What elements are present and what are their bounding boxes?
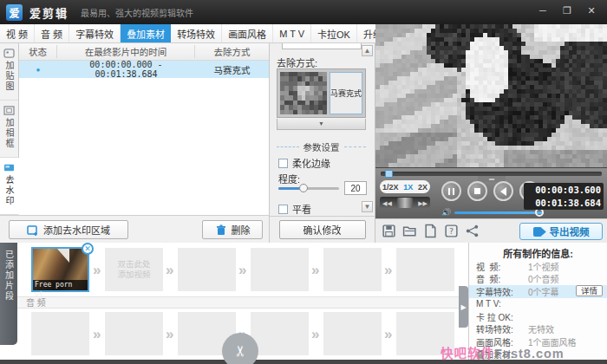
jog-knob[interactable] [397,198,413,208]
detail-button[interactable]: 详情 [576,285,603,296]
degree-value-input[interactable]: 20 [344,181,367,195]
added-clips-label: 已添加片段 [3,250,16,345]
sidebar-item-sticker[interactable]: 加贴图 [0,43,18,101]
info-panel-collapse-handle[interactable]: ▶ [459,286,468,328]
audio-section-label: 音 频 [17,296,466,309]
share-icon[interactable] [465,224,480,238]
video-placeholder[interactable]: 双击此处添加视频 [105,248,163,291]
method-selector[interactable]: 马赛克式 [277,68,366,118]
audio-placeholder[interactable] [31,312,89,355]
jog-left-icon: ◀◀ [382,200,392,206]
help-icon[interactable]: ? [444,224,459,238]
checkbox-icon[interactable] [278,159,288,168]
tab-overlay-material[interactable]: 叠加素材 [121,24,171,42]
method-dropdown[interactable]: ▼ [277,119,366,130]
pause-button[interactable] [441,181,461,201]
tab-subtitle-fx[interactable]: 字幕特效 [69,24,121,42]
volume-slider[interactable] [454,211,544,214]
status-dot: ● [19,66,57,74]
video-preview [375,24,607,167]
new-file-icon[interactable] [423,224,438,238]
tab-mtv[interactable]: M T V [273,24,311,42]
video-placeholder[interactable] [178,248,236,291]
sidebar-item-watermark[interactable]: 去水印 [0,158,19,215]
speed-2x-button[interactable]: 2X [418,183,428,192]
col-method: 去除方式 [195,45,269,58]
flat-label: 平看 [292,202,311,216]
tab-audio[interactable]: 音 频 [35,24,69,42]
clip-close-icon[interactable]: ✕ [82,243,94,255]
video-placeholder[interactable] [396,248,454,291]
close-button[interactable]: ✕ [583,5,600,16]
export-video-button[interactable]: 导出视频 [519,223,603,240]
split-clip-button[interactable]: ✂ [222,333,258,364]
delete-button[interactable]: 删除 [202,220,263,239]
sticker-icon [3,49,15,58]
video-placeholder[interactable] [251,248,309,291]
watermark-icon [3,163,15,172]
maximize-button[interactable]: ❐ [558,5,576,16]
scroll-down-icon[interactable]: ▼ [362,201,373,212]
method-label: 去除方式: [277,55,317,69]
flat-view-checkbox[interactable]: 平看 [278,202,311,216]
tab-picture-style[interactable]: 画面风格 [222,24,273,42]
info-row-subtitle: 字幕特效:0个字幕 详情 [469,285,607,298]
info-row-audio: 音 频:0个音频 [469,273,607,286]
clip-thumbnail[interactable]: Free porn vi... ✕ [31,247,89,292]
seek-handle[interactable] [385,170,393,178]
speed-1x-button[interactable]: 1X [403,183,413,192]
toolbar-row: ? 导出视频 [375,218,607,243]
video-frame [375,24,607,167]
added-clips-tab[interactable]: 已添加片段 [0,243,17,345]
speed-selector: 1/2X 1X 2X [380,180,430,193]
row-time: 00:00:00.000 - 00:01:38.684 [57,60,195,79]
soften-edge-checkbox[interactable]: 柔化边缘 [278,156,330,170]
clipped-button[interactable] [282,43,362,49]
minimize-button[interactable]: ─ [534,5,552,16]
sidebar-label-frame: 加相框 [3,118,16,149]
table-header: 状态 在最终影片中的时间 去除方式 [19,43,269,61]
slider-fill [278,187,302,190]
table-row[interactable]: ● 00:00:00.000 - 00:01:38.684 马赛克式 [19,61,269,78]
trash-icon [215,224,227,236]
add-watermark-area-button[interactable]: 添加去水印区域 [9,220,128,239]
audio-placeholder[interactable] [323,312,382,355]
sidebar-item-frame[interactable]: 加相框 [0,101,18,158]
tab-karaoke[interactable]: 卡拉OK [311,24,357,42]
clips-area: 已添加片段 Free porn vi... ✕ » 双击此处添加视频 » » »… [0,243,466,360]
tab-video[interactable]: 视 频 [0,24,35,42]
svg-text:?: ? [449,226,454,236]
scroll-up-icon[interactable]: ▲ [362,45,373,56]
scissors-icon: ✂ [232,345,249,357]
degree-slider[interactable] [278,187,339,190]
tab-transition-fx[interactable]: 转场特效 [171,24,222,42]
col-status: 状态 [19,45,57,58]
sidebar-label-watermark: 去水印 [3,175,16,206]
menu-bar: 视 频 音 频 字幕特效 叠加素材 转场特效 画面风格 M T V 卡拉OK 升… [0,24,375,43]
settings-panel: ▲ ▼ 去除方式: 马赛克式 ▼ 参数设置 柔化边缘 程度: 20 平看 确认修… [270,43,375,243]
audio-placeholder[interactable] [105,312,163,355]
col-time: 在最终影片中的时间 [57,45,195,58]
open-folder-icon[interactable] [402,224,417,238]
export-label: 导出视频 [550,224,590,238]
audio-placeholder[interactable] [251,312,309,355]
chevron-right-icon: » [93,326,101,343]
confirm-button[interactable]: 确认修改 [279,220,366,239]
info-row-karaoke: 卡 拉 OK: [469,310,607,323]
jog-wheel[interactable]: ◀◀ ▶▶ [380,197,430,209]
sidebar-label-sticker: 加贴图 [3,61,16,92]
watermark-table: 状态 在最终影片中的时间 去除方式 ● 00:00:00.000 - 00:01… [19,43,270,215]
site-watermark: 快吧软件Fast8.com [441,343,565,361]
checkbox-icon[interactable] [278,205,288,214]
video-placeholder[interactable] [323,248,382,291]
method-name[interactable]: 马赛克式 [330,72,362,114]
speed-half-button[interactable]: 1/2X [382,183,399,192]
frame-icon [3,106,15,115]
save-icon[interactable] [382,224,396,238]
prev-frame-button[interactable] [493,181,513,201]
app-logo-icon: 爱 [6,4,23,21]
stop-button[interactable] [467,181,487,201]
settings-footer: 确认修改 [270,216,375,243]
delete-label: 删除 [232,223,251,237]
slider-handle[interactable] [299,184,308,192]
